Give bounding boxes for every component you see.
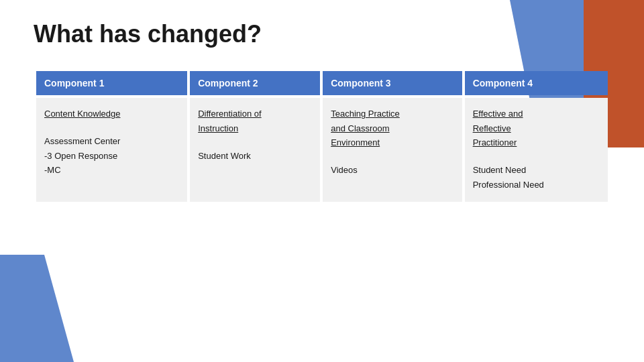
cell-comp3: Teaching Practice and Classroom Environm…: [323, 98, 462, 202]
page-title: What has changed?: [34, 20, 610, 48]
header-comp3: Component 3: [323, 71, 462, 95]
comp2-line1: Differentiation of: [198, 107, 312, 121]
comp4-line3: Practitioner: [473, 136, 600, 149]
comp4-line1: Effective and: [473, 107, 600, 121]
header-comp2: Component 2: [190, 71, 320, 95]
cell-comp1: Content Knowledge Assessment Center -3 O…: [36, 98, 187, 202]
comp4-line5: Student Need: [473, 164, 600, 177]
comp3-line5: Videos: [331, 164, 453, 177]
comp1-line4: -3 Open Response: [44, 149, 179, 163]
comp3-line2: and Classroom: [331, 122, 453, 135]
comp1-line1: Content Knowledge: [44, 107, 179, 121]
header-comp4: Component 4: [465, 71, 608, 95]
comp4-line6: Professional Need: [473, 178, 600, 192]
table-row: Content Knowledge Assessment Center -3 O…: [36, 98, 608, 202]
comp2-line2: Instruction: [198, 122, 312, 135]
deco-bottom-left-blue: [0, 255, 74, 362]
header-row: Component 1 Component 2 Component 3 Comp…: [36, 71, 608, 95]
components-table: Component 1 Component 2 Component 3 Comp…: [34, 68, 610, 204]
cell-comp2: Differentiation of Instruction Student W…: [190, 98, 320, 202]
comp4-line2: Reflective: [473, 122, 600, 135]
comp2-line4: Student Work: [198, 149, 312, 163]
comp3-line1: Teaching Practice: [331, 107, 453, 121]
page-content: What has changed? Component 1 Component …: [0, 0, 644, 225]
comp3-line3: Environment: [331, 136, 453, 149]
cell-comp4: Effective and Reflective Practitioner St…: [465, 98, 608, 202]
comp1-line3: Assessment Center: [44, 135, 179, 148]
header-comp1: Component 1: [36, 71, 187, 95]
comp1-line5: -MC: [44, 164, 179, 177]
